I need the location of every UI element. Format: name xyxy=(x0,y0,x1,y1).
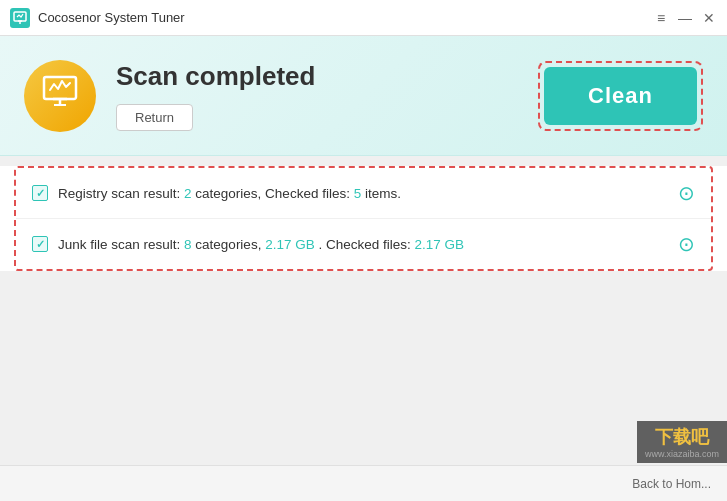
scan-results-box: ✓ Registry scan result: 2 categories, Ch… xyxy=(14,166,713,271)
registry-checkbox[interactable]: ✓ xyxy=(32,185,48,201)
header-text: Scan completed Return xyxy=(116,61,538,131)
registry-files: 5 xyxy=(354,186,362,201)
junk-expand-icon[interactable]: ⊙ xyxy=(678,232,695,256)
scan-title: Scan completed xyxy=(116,61,538,92)
window-controls[interactable]: ≡ — ✕ xyxy=(653,10,717,26)
app-title: Cocosenor System Tuner xyxy=(38,10,653,25)
junk-checkbox[interactable]: ✓ xyxy=(32,236,48,252)
app-logo xyxy=(10,8,30,28)
junk-checkbox-wrapper[interactable]: ✓ xyxy=(32,236,48,252)
registry-scan-row: ✓ Registry scan result: 2 categories, Ch… xyxy=(16,168,711,219)
junk-categories-label: categories, xyxy=(195,237,265,252)
title-bar: Cocosenor System Tuner ≡ — ✕ xyxy=(0,0,727,36)
junk-scan-text: Junk file scan result: 8 categories, 2.1… xyxy=(58,237,678,252)
close-button[interactable]: ✕ xyxy=(701,10,717,26)
back-to-home-link[interactable]: Back to Hom... xyxy=(632,477,711,491)
check-icon-junk: ✓ xyxy=(36,238,45,251)
svg-rect-3 xyxy=(44,77,76,99)
registry-label: Registry scan result: xyxy=(58,186,184,201)
registry-expand-icon[interactable]: ⊙ xyxy=(678,181,695,205)
junk-checked-size: 2.17 GB xyxy=(414,237,464,252)
clean-button[interactable]: Clean xyxy=(544,67,697,125)
menu-button[interactable]: ≡ xyxy=(653,10,669,26)
registry-categories-label: categories, Checked files: xyxy=(195,186,353,201)
registry-checkbox-wrapper[interactable]: ✓ xyxy=(32,185,48,201)
bottom-bar: Back to Hom... xyxy=(0,465,727,501)
check-icon: ✓ xyxy=(36,187,45,200)
junk-label: Junk file scan result: xyxy=(58,237,184,252)
registry-categories: 2 xyxy=(184,186,192,201)
scan-icon-circle xyxy=(24,60,96,132)
registry-scan-text: Registry scan result: 2 categories, Chec… xyxy=(58,186,678,201)
return-button[interactable]: Return xyxy=(116,104,193,131)
monitor-icon xyxy=(41,73,79,118)
registry-files-label: items. xyxy=(365,186,401,201)
junk-size: 2.17 GB xyxy=(265,237,315,252)
main-content: ✓ Registry scan result: 2 categories, Ch… xyxy=(0,166,727,271)
minimize-button[interactable]: — xyxy=(677,10,693,26)
watermark-url: www.xiazaiba.com xyxy=(645,449,719,459)
junk-size-label: . Checked files: xyxy=(318,237,414,252)
watermark: 下载吧 www.xiazaiba.com xyxy=(637,421,727,463)
junk-scan-row: ✓ Junk file scan result: 8 categories, 2… xyxy=(16,219,711,269)
header-section: Scan completed Return Clean xyxy=(0,36,727,156)
junk-categories: 8 xyxy=(184,237,192,252)
clean-button-wrapper: Clean xyxy=(538,61,703,131)
watermark-site: 下载吧 xyxy=(655,425,709,449)
